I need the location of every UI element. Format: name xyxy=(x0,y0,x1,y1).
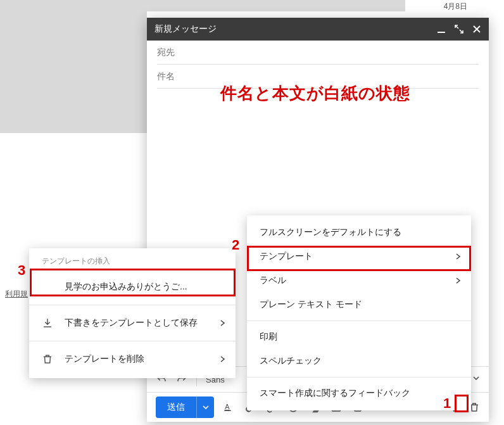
svg-text:A: A xyxy=(225,403,230,410)
menu-item-print[interactable]: 印刷 xyxy=(247,325,471,349)
menu-item-plaintext[interactable]: プレーン テキスト モード xyxy=(247,293,471,317)
message-date: 4月8日 xyxy=(444,1,467,12)
template-delete-item[interactable]: テンプレートを削除 xyxy=(29,345,236,373)
template-save-item[interactable]: 下書きをテンプレートとして保存 xyxy=(29,309,236,337)
annotation-num-2: 2 xyxy=(232,237,239,253)
trash-icon xyxy=(42,353,53,365)
svg-rect-2 xyxy=(224,410,231,412)
template-insert-item[interactable]: 見学のお申込みありがとうご... xyxy=(29,273,236,301)
menu-label: テンプレートを削除 xyxy=(65,353,144,365)
chevron-down-icon[interactable] xyxy=(472,374,480,382)
chevron-right-icon xyxy=(456,277,461,284)
menu-item-smartcompose-feedback[interactable]: スマート作成に関するフィードバック xyxy=(247,381,471,405)
send-button[interactable]: 送信 xyxy=(156,396,214,418)
chevron-right-icon xyxy=(220,320,225,326)
menu-label: ラベル xyxy=(260,275,286,286)
menu-separator xyxy=(247,320,471,321)
menu-separator xyxy=(247,377,471,377)
menu-label: フルスクリーンをデフォルトにする xyxy=(260,227,401,238)
menu-separator xyxy=(29,305,236,305)
menu-label: テンプレート xyxy=(260,251,313,262)
text-format-icon[interactable]: A xyxy=(223,402,234,413)
menu-label: 印刷 xyxy=(260,331,277,343)
more-options-menu: フルスクリーンをデフォルトにする テンプレート ラベル プレーン テキスト モー… xyxy=(247,215,471,410)
send-label[interactable]: 送信 xyxy=(156,396,196,418)
menu-item-spellcheck[interactable]: スペルチェック xyxy=(247,349,471,373)
menu-separator xyxy=(29,341,236,341)
fullscreen-icon[interactable] xyxy=(455,25,463,34)
menu-label: 見学のお申込みありがとうご... xyxy=(65,281,187,293)
menu-label: スマート作成に関するフィードバック xyxy=(260,388,410,399)
annotation-num-3: 3 xyxy=(18,262,25,279)
bg-strip xyxy=(0,0,405,11)
menu-label: スペルチェック xyxy=(260,355,322,367)
annotation-blank: 件名と本文が白紙の状態 xyxy=(220,82,410,105)
minimize-icon[interactable] xyxy=(437,25,446,34)
terms-link[interactable]: 利用規 xyxy=(5,289,28,300)
menu-label: プレーン テキスト モード xyxy=(260,299,362,310)
bg-preview-pane xyxy=(0,11,147,133)
menu-item-templates[interactable]: テンプレート xyxy=(247,244,471,269)
to-field[interactable]: 宛先 xyxy=(157,41,479,65)
template-submenu-header: テンプレートの挿入 xyxy=(29,255,236,273)
download-icon xyxy=(42,317,53,329)
compose-title: 新規メッセージ xyxy=(154,23,437,35)
chevron-right-icon xyxy=(456,253,461,260)
close-icon[interactable] xyxy=(472,25,481,34)
chevron-right-icon xyxy=(220,356,225,362)
menu-label: 下書きをテンプレートとして保存 xyxy=(65,317,198,329)
menu-item-fullscreen-default[interactable]: フルスクリーンをデフォルトにする xyxy=(247,220,471,244)
menu-item-labels[interactable]: ラベル xyxy=(247,269,471,293)
template-submenu: テンプレートの挿入 見学のお申込みありがとうご... 下書きをテンプレートとして… xyxy=(29,248,236,378)
compose-header: 新規メッセージ xyxy=(147,18,489,41)
annotation-num-1: 1 xyxy=(443,395,451,412)
svg-rect-0 xyxy=(438,32,445,33)
send-more-icon[interactable] xyxy=(196,396,214,418)
